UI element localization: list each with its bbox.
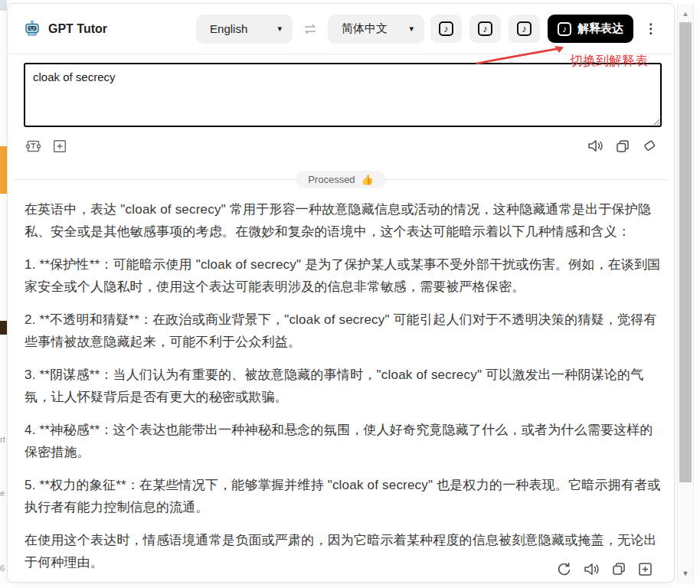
note-square-icon: ♪ — [517, 21, 532, 36]
underlying-page-edge: rt e 6 — [0, 0, 7, 588]
regenerate-icon[interactable] — [556, 561, 571, 577]
note-square-icon: ♪ — [478, 21, 492, 36]
edge-text-fragment: rt — [0, 435, 5, 444]
content-paragraph: 2. **不透明和猜疑**：在政治或商业背景下，"cloak of secrec… — [25, 309, 665, 353]
chevron-down-icon: ▾ — [278, 24, 283, 34]
note-square-icon: ♪ — [558, 22, 571, 36]
chevron-down-icon: ▾ — [410, 24, 414, 34]
answer-toolbar — [556, 561, 653, 577]
scrollbar-down-icon[interactable]: ▼ — [678, 570, 693, 577]
source-language-dropdown[interactable]: English ▾ — [196, 15, 293, 44]
speak-icon[interactable] — [587, 139, 604, 153]
underlying-page-orange-block — [0, 146, 7, 194]
add-icon[interactable] — [53, 139, 67, 153]
toolbar-right — [587, 139, 658, 154]
mode-button-1[interactable]: ♪ — [430, 15, 462, 43]
gpt-tutor-panel: GPT Tutor English ▾ 简体中文 ▾ ♪ — [7, 3, 675, 583]
edge-text-fragment: e — [0, 488, 5, 498]
brand: GPT Tutor — [23, 20, 107, 38]
toolbar-left — [25, 139, 67, 154]
speak-icon[interactable] — [583, 562, 600, 577]
content-paragraph: 4. **神秘感**：这个表达也能带出一种神秘和悬念的氛围，使人好奇究竟隐藏了什… — [25, 419, 665, 463]
content-area: 在英语中，表达 "cloak of secrecy" 常用于形容一种故意隐藏信息… — [8, 189, 674, 573]
copy-icon[interactable] — [611, 561, 626, 577]
target-language-dropdown[interactable]: 简体中文 ▾ — [328, 15, 424, 44]
explain-expression-button[interactable]: ♪ 解释表达 — [548, 15, 633, 43]
language-selectors: English ▾ 简体中文 ▾ — [196, 15, 424, 44]
scrollbar-up-icon[interactable]: ▲ — [678, 10, 693, 18]
swap-languages-icon[interactable] — [303, 23, 318, 35]
status-label: Processed — [308, 174, 355, 185]
header-actions: ♪ ♪ ♪ ♪ 解释表达 ⋮ — [430, 15, 660, 43]
annotation-label: 切换到解释表 — [570, 52, 648, 70]
edge-text-fragment: 6 — [0, 564, 5, 573]
textarea-toolbar — [8, 130, 674, 155]
content-paragraph: 在英语中，表达 "cloak of secrecy" 常用于形容一种故意隐藏信息… — [25, 198, 665, 243]
app-title: GPT Tutor — [48, 22, 107, 36]
overflow-menu-icon[interactable]: ⋮ — [641, 21, 660, 37]
copy-icon[interactable] — [615, 139, 630, 154]
eraser-icon[interactable] — [642, 139, 658, 154]
content-paragraph: 5. **权力的象征**：在某些情况下，能够掌握并维持 "cloak of se… — [25, 474, 665, 518]
source-language-value: English — [210, 22, 247, 35]
content-paragraph: 1. **保护性**：可能暗示使用 "cloak of secrecy" 是为了… — [25, 253, 665, 298]
scrollbar-thumb[interactable] — [679, 22, 692, 482]
content-paragraph: 3. **阴谋感**：当人们认为有重要的、被故意隐藏的事情时，"cloak of… — [25, 364, 665, 408]
target-language-value: 简体中文 — [342, 21, 388, 36]
status-badge: Processed 👍 — [296, 171, 386, 188]
add-icon[interactable] — [638, 562, 653, 577]
robot-logo-icon — [23, 20, 41, 38]
thumbs-up-icon: 👍 — [361, 174, 374, 185]
mode-button-2[interactable]: ♪ — [469, 15, 501, 43]
underlying-page-block — [0, 0, 7, 11]
explain-expression-label: 解释表达 — [577, 21, 623, 36]
underlying-page-letter — [0, 321, 7, 335]
mode-button-3[interactable]: ♪ — [509, 15, 540, 43]
query-textarea[interactable]: cloak of secrecy — [24, 63, 662, 127]
page-scrollbar[interactable]: ▲ ▼ — [677, 4, 694, 583]
text-select-icon[interactable] — [25, 139, 41, 154]
status-row: Processed 👍 — [8, 171, 674, 189]
annotation-arrow-icon — [473, 43, 574, 67]
note-square-icon: ♪ — [439, 21, 453, 36]
